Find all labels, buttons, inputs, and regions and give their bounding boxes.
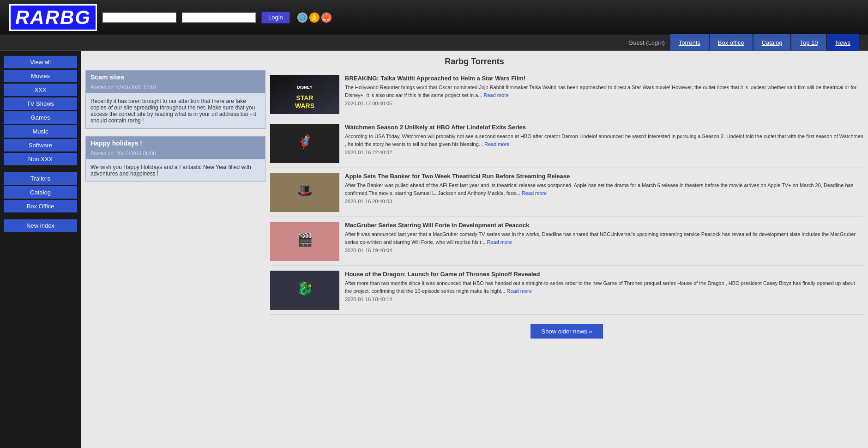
news-title: Apple Sets The Banker for Two Week Theat… — [345, 173, 863, 180]
show-older-bar: Show older news » — [270, 315, 863, 348]
svg-text:DISNEY: DISNEY — [297, 85, 313, 90]
news-text: Apple Sets The Banker for Two Week Theat… — [345, 173, 863, 204]
news-title: Watchmen Season 2 Unlikely at HBO After … — [345, 124, 863, 131]
content-inner: Scam sites Posted on: 12/01/2020 13:10 R… — [81, 70, 868, 352]
svg-text:STAR: STAR — [296, 94, 313, 102]
news-date: 2020-01-16 20:40:03 — [345, 199, 863, 204]
nav-box-office[interactable]: Box office — [710, 34, 753, 51]
read-more-link[interactable]: Read more — [487, 239, 512, 245]
content: Rarbg Torrents Scam sites Posted on: 12/… — [81, 51, 868, 448]
nav-login-link[interactable]: Login — [648, 39, 663, 46]
globe-icon[interactable]: 🌐 — [297, 12, 307, 23]
news-text: House of the Dragon: Launch for Game of … — [345, 271, 863, 302]
read-more-link[interactable]: Read more — [484, 141, 509, 147]
svg-text:🦸: 🦸 — [297, 134, 313, 149]
right-column: DISNEY STAR WARS BREAKING: Taika Waititi… — [270, 70, 863, 348]
news-item: 🎬 MacGruber Series Starring Will Forte i… — [270, 217, 863, 266]
sidebar-movies[interactable]: Movies — [4, 70, 77, 82]
announcement-title: Happy holidays ! — [86, 137, 265, 150]
sidebar-trailers[interactable]: Trailers — [4, 172, 77, 185]
login-button[interactable]: Login — [261, 12, 290, 24]
sidebar-xxx[interactable]: XXX — [4, 84, 77, 96]
announcement-body: Recently it has been brought to our atte… — [86, 93, 265, 128]
announcement-date: Posted on: 20/12/2019 08:00 — [86, 150, 265, 159]
show-older-button[interactable]: Show older news » — [530, 324, 603, 339]
sidebar-games[interactable]: Games — [4, 111, 77, 124]
guest-label: Guest (Login) — [628, 39, 665, 46]
sidebar-music[interactable]: Music — [4, 125, 77, 138]
sidebar: View all Movies XXX TV Shows Games Music… — [0, 51, 81, 448]
left-column: Scam sites Posted on: 12/01/2020 13:10 R… — [85, 70, 270, 348]
sidebar-view-all[interactable]: View all — [4, 56, 77, 68]
news-item: DISNEY STAR WARS BREAKING: Taika Waititi… — [270, 70, 863, 119]
announcement-title: Scam sites — [86, 71, 265, 84]
search-input-2[interactable] — [182, 12, 256, 23]
nav-bar: Guest (Login) Torrents Box office Catalo… — [0, 35, 868, 51]
news-thumbnail: 🎬 — [270, 222, 339, 261]
read-more-link[interactable]: Read more — [484, 92, 509, 98]
news-excerpt: After The Banker was pulled ahead of the… — [345, 182, 863, 197]
nav-top10[interactable]: Top 10 — [791, 34, 826, 51]
news-thumbnail: 🦸 — [270, 124, 339, 163]
svg-text:🎩: 🎩 — [297, 183, 313, 198]
news-excerpt: The Hollywood Reporter brings word that … — [345, 84, 863, 99]
news-text: BREAKING: Taika Waititi Approached to He… — [345, 75, 863, 106]
announcement-body: We wish you Happy Holidays and a Fantast… — [86, 159, 265, 182]
news-excerpt: After it was announced last year that a … — [345, 230, 863, 246]
news-text: MacGruber Series Starring Will Forte in … — [345, 222, 863, 253]
svg-text:WARS: WARS — [295, 102, 314, 109]
firefox-icon[interactable]: 🦊 — [321, 12, 332, 23]
sidebar-software[interactable]: Software — [4, 139, 77, 151]
sidebar-catalog[interactable]: Catalog — [4, 186, 77, 199]
page-title: Rarbg Torrents — [81, 51, 868, 70]
read-more-link[interactable]: Read more — [506, 288, 531, 294]
sidebar-box-office[interactable]: Box Office — [4, 200, 77, 212]
news-date: 2020-01-16 22:40:02 — [345, 150, 863, 155]
news-date: 2020-01-16 18:40:14 — [345, 297, 863, 302]
announcement-box: Happy holidays ! Posted on: 20/12/2019 0… — [85, 136, 265, 182]
news-date: 2020-01-17 00:40:05 — [345, 101, 863, 106]
news-item: 🦸 Watchmen Season 2 Unlikely at HBO Afte… — [270, 119, 863, 168]
sidebar-tv-shows[interactable]: TV Shows — [4, 97, 77, 110]
news-date: 2020-01-16 19:40:04 — [345, 248, 863, 253]
svg-text:🎬: 🎬 — [297, 232, 313, 247]
sidebar-non-xxx[interactable]: Non XXX — [4, 153, 77, 165]
logo: RARBG — [9, 4, 97, 31]
news-text: Watchmen Season 2 Unlikely at HBO After … — [345, 124, 863, 155]
news-thumbnail: DISNEY STAR WARS — [270, 75, 339, 114]
read-more-link[interactable]: Read more — [522, 190, 547, 196]
news-excerpt: After more than two months since it was … — [345, 279, 863, 295]
main-layout: View all Movies XXX TV Shows Games Music… — [0, 51, 868, 448]
header-icons: 🌐 ⭐ 🦊 — [297, 12, 332, 23]
nav-news[interactable]: News — [827, 34, 859, 51]
news-thumbnail: 🎩 — [270, 173, 339, 212]
nav-torrents[interactable]: Torrents — [670, 34, 709, 51]
nav-catalog[interactable]: Catalog — [753, 34, 791, 51]
header: RARBG Login 🌐 ⭐ 🦊 — [0, 0, 868, 35]
news-title: BREAKING: Taika Waititi Approached to He… — [345, 75, 863, 82]
announcement-date: Posted on: 12/01/2020 13:10 — [86, 84, 265, 93]
news-item: 🎩 Apple Sets The Banker for Two Week The… — [270, 168, 863, 217]
search-input-1[interactable] — [102, 12, 176, 23]
news-title: MacGruber Series Starring Will Forte in … — [345, 222, 863, 229]
svg-text:🐉: 🐉 — [297, 281, 313, 296]
star-icon[interactable]: ⭐ — [309, 12, 319, 23]
news-thumbnail: 🐉 — [270, 271, 339, 310]
sidebar-new-index[interactable]: New index — [4, 219, 77, 232]
news-item: 🐉 House of the Dragon: Launch for Game o… — [270, 266, 863, 315]
news-excerpt: According to USA Today, Watchmen will pr… — [345, 133, 863, 148]
announcement-box: Scam sites Posted on: 12/01/2020 13:10 R… — [85, 70, 265, 129]
news-title: House of the Dragon: Launch for Game of … — [345, 271, 863, 278]
